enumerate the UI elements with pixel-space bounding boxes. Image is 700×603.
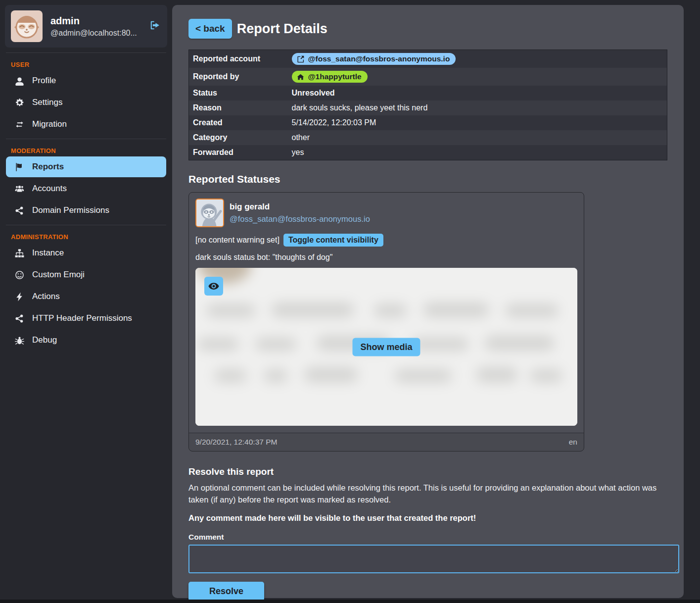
reported-by-pill[interactable]: @1happyturtle: [292, 71, 368, 83]
status-timestamp: 9/20/2021, 12:40:37 PM: [195, 438, 277, 447]
divider: [6, 225, 166, 225]
gears-icon: [15, 98, 24, 107]
sitemap-icon: [15, 249, 24, 258]
sidebar-item-migration[interactable]: Migration: [6, 114, 166, 135]
back-button[interactable]: < back: [188, 19, 232, 39]
status-header: big gerald @foss_satan@fossbros-anonymou…: [195, 199, 577, 227]
sidebar-item-debug[interactable]: Debug: [6, 330, 166, 351]
row-label: Created: [189, 115, 288, 130]
comment-textarea[interactable]: [188, 545, 679, 573]
sidebar-item-label: Reports: [32, 162, 64, 172]
forwarded-value: yes: [288, 145, 667, 160]
table-row: Category other: [189, 130, 667, 145]
status-language: en: [569, 438, 577, 447]
show-media-button[interactable]: Show media: [352, 338, 420, 356]
users-icon: [15, 184, 24, 194]
sidebar-item-label: Instance: [32, 248, 64, 258]
share-nodes-icon: [15, 206, 24, 215]
table-row: Created 5/14/2022, 12:20:03 PM: [189, 115, 667, 130]
sidebar-item-http-header-permissions[interactable]: HTTP Header Permissions: [6, 308, 166, 329]
status-media-attachment: Show media: [195, 268, 577, 426]
sidebar-item-label: Domain Permissions: [32, 205, 109, 215]
resolve-button[interactable]: Resolve: [188, 582, 264, 601]
reason-value: dark souls sucks, please yeet this nerd: [288, 100, 667, 115]
sloth-avatar-admin: [11, 10, 43, 42]
user-info: admin @admin@localhost:80...: [50, 15, 137, 38]
eye-icon: [208, 281, 219, 292]
hide-media-eye-button[interactable]: [204, 277, 223, 296]
comment-label: Comment: [188, 533, 667, 542]
user-icon: [15, 76, 24, 86]
row-label: Category: [189, 130, 288, 145]
category-value: other: [288, 130, 667, 145]
sidebar-item-settings[interactable]: Settings: [6, 92, 166, 113]
logout-icon[interactable]: [149, 20, 160, 33]
smiley-icon: [15, 270, 24, 280]
bug-icon: [15, 336, 24, 345]
toggle-content-visibility-button[interactable]: Toggle content visibility: [283, 234, 383, 247]
avatar: [11, 10, 43, 42]
sidebar-item-profile[interactable]: Profile: [6, 70, 166, 91]
user-card[interactable]: admin @admin@localhost:80...: [5, 5, 167, 48]
row-label: Reported account: [189, 50, 288, 68]
reported-statuses-heading: Reported Statuses: [188, 173, 667, 185]
table-row: Reported by @1happyturtle: [189, 68, 667, 86]
share-nodes-icon: [15, 314, 24, 323]
row-label: Reason: [189, 100, 288, 115]
table-row: Reported account @foss_satan@fossbros-an…: [189, 50, 667, 68]
table-row: Status Unresolved: [189, 86, 667, 100]
sidebar-item-reports[interactable]: Reports: [6, 156, 166, 177]
status-content-text: dark souls status bot: "thoughts of dog": [195, 253, 577, 262]
sidebar-item-actions[interactable]: Actions: [6, 286, 166, 307]
sloth-avatar-status: [196, 200, 223, 226]
divider: [6, 52, 166, 53]
status-footer: 9/20/2021, 12:40:37 PM en: [189, 433, 584, 451]
row-label: Reported by: [189, 68, 288, 86]
status-value: Unresolved: [288, 86, 667, 100]
user-display-name: admin: [50, 15, 137, 27]
row-label: Forwarded: [189, 145, 288, 160]
row-label: Status: [189, 86, 288, 100]
page-bottom-strip: [0, 600, 700, 603]
avatar: [195, 199, 224, 227]
sidebar-item-label: Profile: [32, 76, 56, 86]
user-handle: @admin@localhost:80...: [50, 29, 137, 38]
sidebar-item-custom-emoji[interactable]: Custom Emoji: [6, 264, 166, 285]
arrows-left-right-icon: [15, 120, 24, 129]
divider: [6, 139, 166, 139]
content-warning-label: [no content warning set]: [195, 236, 280, 245]
sidebar-item-instance[interactable]: Instance: [6, 243, 166, 263]
sidebar-item-label: Actions: [32, 292, 60, 302]
reported-account-handle: @foss_satan@fossbros-anonymous.io: [308, 54, 450, 63]
sidebar-item-domain-permissions[interactable]: Domain Permissions: [6, 200, 166, 221]
table-row: Forwarded yes: [189, 145, 667, 160]
flag-icon: [15, 162, 24, 172]
created-value: 5/14/2022, 12:20:03 PM: [288, 115, 667, 130]
main-panel: < back Report Details Reported account @…: [172, 5, 684, 598]
sidebar-item-accounts[interactable]: Accounts: [6, 178, 166, 199]
nav-section-moderation: MODERATION: [11, 147, 161, 154]
sidebar-item-label: HTTP Header Permissions: [32, 313, 132, 323]
resolve-description: An optional comment can be included whil…: [188, 482, 667, 506]
house-icon: [297, 73, 304, 81]
report-details-table: Reported account @foss_satan@fossbros-an…: [188, 50, 667, 160]
sidebar-item-label: Migration: [32, 119, 67, 129]
table-row: Reason dark souls sucks, please yeet thi…: [189, 100, 667, 115]
sidebar: admin @admin@localhost:80... USER Profil…: [0, 0, 172, 599]
status-display-name: big gerald: [230, 202, 370, 212]
sidebar-item-label: Custom Emoji: [32, 270, 85, 280]
external-link-icon: [297, 55, 304, 63]
sidebar-item-label: Accounts: [32, 184, 67, 194]
nav-section-user: USER: [11, 61, 161, 68]
reported-by-handle: @1happyturtle: [308, 72, 362, 81]
reported-account-pill[interactable]: @foss_satan@fossbros-anonymous.io: [292, 53, 456, 65]
reported-status-card: big gerald @foss_satan@fossbros-anonymou…: [188, 192, 584, 452]
page-header: < back Report Details: [188, 19, 667, 39]
sidebar-item-label: Settings: [32, 98, 62, 107]
resolve-warning: Any comment made here will be visible to…: [188, 513, 667, 523]
resolve-heading: Resolve this report: [188, 466, 667, 477]
nav-section-administration: ADMINISTRATION: [11, 233, 161, 241]
page-title: Report Details: [237, 21, 327, 37]
sidebar-item-label: Debug: [32, 335, 57, 345]
status-account-handle[interactable]: @foss_satan@fossbros-anonymous.io: [230, 214, 370, 224]
